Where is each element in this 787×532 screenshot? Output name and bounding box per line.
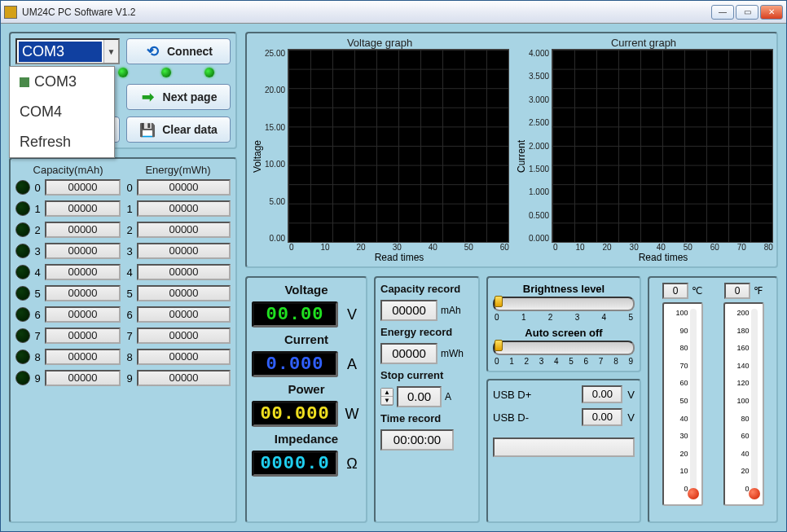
com-port-dropdown: COM3 COM4 Refresh	[9, 66, 115, 158]
group-led-icon	[15, 350, 30, 364]
chart-title: Current graph	[514, 37, 773, 49]
power-unit: W	[343, 406, 361, 423]
voltage-unit: V	[343, 306, 361, 323]
temperature-panel: 0 ℃ 1009080706050403020100 0 ℉	[648, 276, 778, 523]
capacity-value: 00000	[45, 285, 121, 301]
capacity-row: 0 00000	[15, 179, 121, 196]
capacity-row: 5 00000	[15, 285, 121, 301]
app-icon	[4, 6, 17, 19]
capacity-value: 00000	[45, 200, 121, 217]
stop-current-spinner[interactable]: ▲▼	[380, 388, 394, 406]
group-led-icon	[15, 180, 30, 195]
autooff-slider[interactable]	[493, 341, 635, 355]
refresh-icon: ⟲	[144, 43, 160, 59]
com-port-combo[interactable]: COM3 ▼	[15, 38, 120, 64]
group-index: 4	[125, 266, 134, 279]
group-index: 1	[33, 203, 42, 215]
com-port-value: COM3	[19, 42, 102, 62]
chart-xaxis: 0102030405060	[265, 243, 509, 252]
group-led-icon	[15, 371, 30, 385]
autooff-ticks: 0123456789	[493, 357, 635, 366]
stop-current-value[interactable]: 0.00	[397, 386, 442, 407]
slider-thumb-icon[interactable]	[495, 340, 503, 351]
slider-thumb-icon[interactable]	[495, 296, 503, 307]
energy-row: 2 00000	[125, 222, 231, 238]
group-index: 3	[125, 245, 134, 257]
energy-value: 00000	[137, 370, 231, 386]
group-led-icon	[15, 307, 30, 322]
capacity-row: 4 00000	[15, 264, 121, 280]
energy-value: 00000	[137, 349, 231, 365]
energy-row: 3 00000	[125, 243, 231, 259]
impedance-label: Impedance	[252, 432, 361, 446]
chart-ylabel: Voltage	[250, 49, 265, 263]
disk-icon: 💾	[139, 121, 156, 138]
temp-celsius-unit: ℃	[692, 285, 702, 297]
chart-grid	[288, 49, 509, 243]
connect-button[interactable]: ⟲ Connect	[126, 38, 231, 64]
energy-row: 7 00000	[125, 328, 231, 344]
energy-value: 00000	[137, 264, 231, 280]
energy-record-label: Energy record	[380, 326, 473, 338]
group-index: 1	[125, 203, 134, 215]
usb-dminus-label: USB D-	[493, 411, 577, 424]
energy-row: 5 00000	[125, 285, 231, 301]
capacity-row: 3 00000	[15, 243, 121, 259]
capacity-record-label: Capacity record	[380, 283, 473, 295]
chevron-down-icon[interactable]: ▼	[103, 40, 118, 63]
capacity-row: 9 00000	[15, 370, 121, 386]
energy-value: 00000	[137, 306, 231, 323]
close-button[interactable]: ✕	[760, 5, 783, 20]
group-index: 0	[125, 182, 134, 194]
energy-record-unit: mWh	[441, 348, 464, 359]
energy-row: 8 00000	[125, 349, 231, 365]
energy-header: Energy(mWh)	[125, 164, 231, 176]
group-index: 0	[33, 182, 42, 194]
dropdown-item-com4[interactable]: COM4	[10, 97, 114, 127]
stop-current-label: Stop current	[380, 369, 473, 381]
clear-data-button[interactable]: 💾 Clear data	[126, 117, 231, 143]
capacity-value: 00000	[45, 328, 121, 344]
usb-panel: USB D+ 0.00 V USB D- 0.00 V	[486, 379, 641, 523]
current-unit: A	[343, 356, 361, 373]
group-index: 9	[33, 372, 42, 385]
group-index: 7	[125, 330, 134, 342]
maximize-button[interactable]: ▭	[736, 5, 758, 20]
capacity-value: 00000	[45, 349, 121, 365]
capacity-value: 00000	[45, 264, 121, 280]
capacity-row: 6 00000	[15, 306, 121, 323]
power-label: Power	[252, 382, 361, 396]
usb-unit: V	[627, 411, 635, 424]
group-led-icon	[15, 328, 30, 343]
energy-record-value: 00000	[380, 343, 437, 364]
capacity-value: 00000	[45, 222, 121, 238]
chart-title: Voltage graph	[250, 37, 509, 49]
next-page-button[interactable]: ➡ Next page	[126, 84, 231, 110]
dropdown-item-refresh[interactable]: Refresh	[10, 127, 114, 157]
brightness-label: Brightness level	[493, 283, 635, 295]
chart-xlabel: Read times	[529, 252, 773, 263]
chart-yaxis: 25.0020.0015.0010.005.000.00	[265, 49, 288, 243]
chart-xlabel: Read times	[265, 252, 509, 263]
time-record-label: Time record	[380, 412, 473, 424]
dropdown-item-com3[interactable]: COM3	[10, 67, 114, 97]
capacity-row: 1 00000	[15, 200, 121, 217]
group-led-icon	[15, 201, 30, 216]
energy-row: 0 00000	[125, 179, 231, 196]
titlebar: UM24C PC Software V1.2 — ▭ ✕	[1, 1, 786, 24]
brightness-slider[interactable]	[493, 297, 635, 311]
usb-mode-display	[493, 437, 635, 457]
minimize-button[interactable]: —	[711, 5, 734, 20]
led-indicator	[204, 68, 214, 77]
energy-row: 4 00000	[125, 264, 231, 280]
current-chart: Current graph Current 4.0003.5003.0002.5…	[514, 37, 773, 263]
capacity-value: 00000	[45, 243, 121, 259]
usb-dplus-label: USB D+	[493, 389, 577, 401]
group-index: 5	[125, 288, 134, 300]
group-led-icon	[15, 286, 30, 301]
current-display: 0.000	[252, 351, 338, 377]
energy-value: 00000	[137, 285, 231, 301]
energy-value: 00000	[137, 243, 231, 259]
impedance-display: 0000.0	[252, 451, 338, 477]
capacity-row: 8 00000	[15, 349, 121, 365]
